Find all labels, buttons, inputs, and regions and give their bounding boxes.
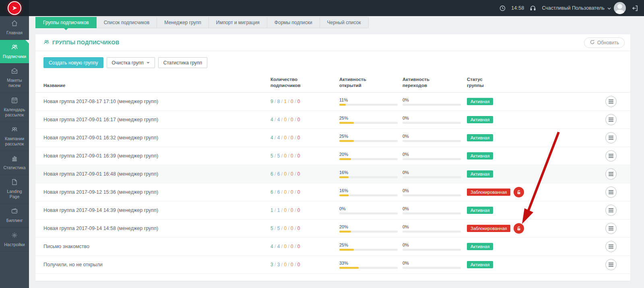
calendar-icon: [11, 97, 18, 106]
tab-import-migration[interactable]: Импорт и миграция: [209, 17, 267, 28]
click-activity: 0%: [402, 224, 461, 233]
user-avatar[interactable]: [614, 2, 626, 14]
tab-subscriber-list[interactable]: Список подписчиков: [97, 17, 157, 28]
group-statistics-button[interactable]: Статистика групп: [158, 57, 207, 68]
click-activity-bar: [402, 231, 461, 233]
group-name[interactable]: Новая группа 2017-09-12 15:36 (менеджер …: [43, 189, 158, 195]
subscriber-counts[interactable]: 5 / 5 / 0 / 0 / 0: [270, 153, 300, 159]
sidebar: Главная Подписчики Макеты писем Календар…: [0, 16, 29, 288]
row-menu-button[interactable]: [605, 132, 617, 143]
group-name[interactable]: Новая группа 2017-09-14 14:39 (менеджер …: [43, 207, 158, 213]
logout-icon[interactable]: [632, 5, 638, 12]
tab-subscriber-groups[interactable]: Группы подписчиков: [35, 17, 97, 28]
click-activity-bar: [402, 195, 461, 197]
sidebar-item-subscribers[interactable]: Подписчики: [0, 40, 29, 64]
topbar-right: 14:58 Счастливый Пользователь: [500, 0, 638, 16]
group-status: Заблокированная: [467, 187, 524, 197]
sidebar-item-statistics[interactable]: Статистика: [0, 151, 29, 175]
subscriber-counts[interactable]: 9 / 8 / 1 / 0 / 0: [270, 99, 300, 104]
open-activity-bar: [339, 176, 398, 178]
group-status: Активная: [467, 152, 493, 160]
click-activity-pct: 0%: [402, 206, 461, 211]
click-activity-pct: 0%: [402, 261, 461, 265]
table-row: Новая группа 2017-08-17 17:10 (менеджер …: [35, 93, 630, 111]
click-activity-bar: [402, 158, 461, 160]
click-activity-bar: [402, 104, 461, 106]
subscriber-counts[interactable]: 4 / 4 / 0 / 0 / 0: [270, 244, 300, 249]
table-row: Новая группа 2017-09-01 16:32 (менеджер …: [35, 129, 630, 147]
row-menu-cell: [605, 96, 617, 107]
click-activity: 0%: [402, 242, 461, 251]
group-status: Заблокированная: [467, 223, 524, 234]
group-name[interactable]: Письмо знакомство: [43, 244, 89, 249]
cleanup-groups-dropdown[interactable]: Очистка групп: [107, 57, 155, 68]
group-name[interactable]: Новая группа 2017-08-17 17:10 (менеджер …: [43, 99, 158, 104]
sidebar-item-billing[interactable]: Биллинг: [0, 204, 29, 228]
sidebar-item-landing-page[interactable]: Landing Page: [0, 175, 29, 204]
chevron-down-icon: [607, 5, 611, 11]
table-row: Новая группа 2017-09-01 16:17 (менеджер …: [35, 111, 630, 129]
row-menu-button[interactable]: [605, 168, 617, 180]
user-menu[interactable]: Счастливый Пользователь: [542, 2, 626, 14]
subscriber-counts[interactable]: 4 / 4 / 0 / 0 / 0: [270, 117, 300, 122]
lock-icon[interactable]: [514, 223, 524, 234]
refresh-button[interactable]: Обновить: [584, 37, 625, 48]
subscriber-counts[interactable]: 3 / 3 / 0 / 0 / 0: [270, 262, 300, 267]
group-name[interactable]: Получили, но не открыли: [43, 262, 103, 267]
row-menu-button[interactable]: [605, 114, 617, 125]
row-menu-cell: [605, 205, 617, 216]
row-menu-cell: [605, 223, 617, 234]
tab-group-manager[interactable]: Менеджер групп: [157, 17, 208, 28]
row-menu-button[interactable]: [605, 223, 617, 234]
table-row: Получили, но не открыли 3 / 3 / 0 / 0 / …: [35, 256, 630, 274]
click-activity-bar: [402, 213, 461, 215]
row-menu-button[interactable]: [605, 259, 617, 270]
open-activity-bar: [339, 213, 398, 215]
open-activity-bar: [339, 267, 398, 269]
click-activity: 0%: [402, 97, 461, 106]
row-menu-cell: [605, 114, 617, 125]
sidebar-item-mail-templates[interactable]: Макеты писем: [0, 64, 29, 93]
status-badge: Активная: [467, 134, 493, 141]
table-row: Новая группа 2017-09-14 14:58 (менеджер …: [35, 220, 630, 238]
sidebar-item-calendar[interactable]: Календарь рассылок: [0, 93, 29, 122]
mail-templates-icon: [11, 67, 18, 76]
sidebar-item-label: Макеты писем: [2, 78, 27, 88]
group-name[interactable]: Новая группа 2017-09-01 16:48 (менеджер …: [43, 171, 158, 177]
open-activity: 33%: [339, 261, 398, 269]
subscriber-counts[interactable]: 6 / 6 / 0 / 0 / 0: [270, 189, 300, 195]
click-activity-bar: [402, 176, 461, 178]
open-activity-pct: 20%: [339, 224, 398, 229]
sidebar-item-campaigns[interactable]: Кампании рассылок: [0, 122, 29, 151]
subscriber-counts[interactable]: 5 / 5 / 0 / 0 / 0: [270, 226, 300, 231]
sidebar-item-settings[interactable]: Настройки: [0, 228, 29, 252]
clock-icon: [500, 5, 506, 11]
group-name[interactable]: Новая группа 2017-09-14 14:58 (менеджер …: [43, 226, 158, 231]
open-activity-pct: 16%: [339, 170, 398, 175]
lock-icon[interactable]: [514, 187, 524, 197]
create-group-button[interactable]: Создать новую группу: [43, 57, 103, 68]
status-badge: Активная: [467, 243, 493, 250]
group-name[interactable]: Новая группа 2017-09-01 16:17 (менеджер …: [43, 117, 158, 122]
group-name[interactable]: Новая группа 2017-09-01 16:39 (менеджер …: [43, 153, 158, 159]
tab-subscription-forms[interactable]: Формы подписки: [267, 17, 320, 28]
click-activity-pct: 0%: [402, 224, 461, 229]
row-menu-button[interactable]: [605, 186, 617, 198]
sidebar-item-home[interactable]: Главная: [0, 16, 29, 40]
chevron-down-icon: [147, 62, 150, 64]
row-menu-button[interactable]: [605, 96, 617, 107]
support-headphones-icon[interactable]: [530, 5, 536, 11]
group-name[interactable]: Новая группа 2017-09-01 16:32 (менеджер …: [43, 135, 158, 141]
click-activity: 0%: [402, 116, 461, 124]
subscriber-counts[interactable]: 6 / 6 / 0 / 0 / 0: [270, 171, 300, 177]
row-menu-button[interactable]: [605, 241, 617, 252]
sidebar-item-label: Landing Page: [2, 189, 27, 199]
tab-blacklist[interactable]: Черный список: [320, 17, 369, 28]
user-name: Счастливый Пользователь: [542, 5, 605, 11]
row-menu-button[interactable]: [605, 205, 617, 216]
row-menu-button[interactable]: [605, 150, 617, 162]
app-logo[interactable]: [0, 0, 29, 16]
open-activity: 16%: [339, 170, 398, 178]
subscriber-counts[interactable]: 4 / 4 / 0 / 0 / 0: [270, 135, 300, 141]
subscriber-counts[interactable]: 1 / 1 / 0 / 0 / 0: [270, 207, 300, 213]
